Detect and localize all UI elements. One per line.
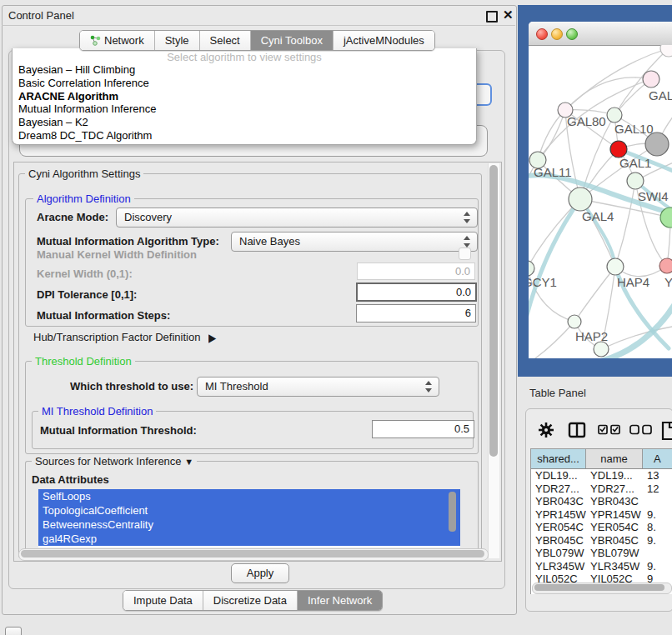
tab-impute-data[interactable]: Impute Data — [123, 591, 203, 610]
attribute-item-topologicalcoefficient[interactable]: TopologicalCoefficient — [38, 503, 460, 518]
node-hap4[interactable] — [607, 258, 624, 275]
table-cell: YPR145W — [531, 508, 586, 522]
mi-steps-field[interactable]: 6 — [356, 304, 476, 322]
threshold-definition-title: Threshold Definition — [32, 355, 135, 368]
table-cell: YBR043C — [586, 495, 643, 508]
tab-label: Select — [210, 31, 240, 50]
sources-toggle[interactable]: Sources for Network Inference ▼ — [32, 455, 197, 468]
kernel-width-label: Kernel Width (0,1): — [37, 268, 133, 280]
algorithm-option-dream8-dc-tdc-algorithm[interactable]: Dream8 DC_TDC Algorithm — [13, 129, 476, 142]
tab-infer-network[interactable]: Infer Network — [297, 591, 382, 610]
node-gal10[interactable] — [607, 108, 622, 122]
window-zoom-icon[interactable] — [566, 28, 578, 40]
table-row[interactable]: YER054CYER054C8. — [531, 521, 672, 534]
table-cell: YDL19... — [586, 469, 643, 482]
node-gal-top[interactable] — [643, 71, 659, 88]
tab-style[interactable]: Style — [154, 31, 199, 50]
control-panel-tab-bar: NetworkStyleSelectCyni ToolboxjActiveMNo… — [79, 30, 435, 51]
close-panel-icon[interactable]: ✕ — [503, 8, 514, 22]
table-cell: YDR27... — [586, 482, 643, 496]
restore-panel-button[interactable] — [5, 627, 22, 635]
attribute-item-betweennesscentrality[interactable]: BetweennessCentrality — [38, 518, 460, 532]
control-panel-titlebar — [2, 5, 515, 26]
algorithm-option-aracne-algorithm[interactable]: ARACNE Algorithm — [13, 90, 476, 103]
table-cell: YBR045C — [586, 534, 643, 548]
table-cell: 9. — [643, 534, 672, 548]
table-row[interactable]: YLR345WYLR345W9. — [531, 560, 672, 573]
table-cell: YBL079W — [586, 547, 643, 560]
kernel-width-field[interactable]: 0.0 — [357, 262, 475, 280]
node-swi4[interactable] — [627, 172, 644, 189]
tab-cyni-toolbox[interactable]: Cyni Toolbox — [250, 31, 333, 50]
aracne-mode-combo[interactable]: Discovery — [116, 208, 478, 228]
table-row[interactable]: YPR145WYPR145W9. — [531, 508, 672, 522]
window-close-icon[interactable] — [536, 28, 548, 40]
network-window-titlebar[interactable] — [529, 22, 672, 46]
node-hap2-label: HAP2 — [575, 329, 608, 343]
mi-algorithm-type-combo[interactable]: Naive Bayes — [231, 232, 478, 252]
vertical-scrollbar-thumb[interactable] — [489, 165, 498, 457]
hub-definition-toggle[interactable]: Hub/Transcription Factor Definition ▶ — [33, 331, 216, 343]
tab-network[interactable]: Network — [80, 31, 154, 50]
window-minimize-icon[interactable] — [551, 28, 563, 40]
mi-type-value: Naive Bayes — [239, 235, 300, 248]
which-threshold-value: MI Threshold — [205, 380, 268, 392]
table-cell: YDL19... — [531, 469, 586, 482]
node-salmon[interactable] — [659, 258, 672, 273]
table-cell: YER054C — [531, 521, 586, 534]
node-gal4[interactable] — [569, 188, 592, 211]
network-canvas[interactable]: GALGAL80GAL10GAL1GAL11SWI4GAL4GCY1HAP4YH… — [529, 45, 672, 358]
algorithm-option-basic-correlation-inference[interactable]: Basic Correlation Inference — [13, 77, 476, 90]
dpi-tolerance-field[interactable]: 0.0 — [356, 282, 477, 302]
algorithm-dropdown-items: Bayesian – Hill ClimbingBasic Correlatio… — [13, 63, 476, 142]
node-gcy1[interactable] — [529, 261, 534, 276]
node-gal80-label: GAL80 — [567, 114, 606, 128]
horizontal-scrollbar-thumb[interactable] — [21, 550, 484, 558]
table-panel-title: Table Panel — [529, 387, 586, 399]
table-cell — [643, 547, 672, 560]
which-threshold-combo[interactable]: MI Threshold — [197, 377, 439, 397]
deselect-all-columns-icon[interactable] — [629, 424, 653, 435]
table-row[interactable]: YDR27...YDR27...12 — [531, 482, 672, 496]
table-cell: YBL079W — [531, 547, 586, 560]
algorithm-option-mutual-information-inference[interactable]: Mutual Information Inference — [13, 102, 476, 116]
table-row[interactable]: YBR045CYBR045C9. — [531, 534, 672, 548]
table-row[interactable]: YBL079WYBL079W — [531, 547, 672, 560]
node-hap2[interactable] — [568, 315, 581, 328]
attribute-list-scrollbar-thumb[interactable] — [449, 492, 456, 532]
tab-discretize-data[interactable]: Discretize Data — [203, 591, 297, 610]
node-gray[interactable] — [645, 132, 669, 156]
algorithm-option-bayesian-k2[interactable]: Bayesian – K2 — [13, 116, 476, 129]
table-row[interactable]: YBR043CYBR043C — [531, 495, 672, 508]
attribute-item-selfloops[interactable]: SelfLoops — [38, 489, 460, 503]
table-horizontal-scrollbar-thumb[interactable] — [534, 584, 664, 591]
column-header-a[interactable]: A — [643, 449, 672, 468]
mi-threshold-field[interactable]: 0.5 — [372, 420, 474, 438]
tab-jactivemnodules[interactable]: jActiveMNodules — [333, 31, 434, 50]
select-all-columns-icon[interactable] — [598, 424, 621, 435]
mi-steps-label: Mutual Information Steps: — [37, 309, 170, 322]
column-header-name[interactable]: name — [586, 449, 643, 468]
table-cell: YLR345W — [586, 560, 643, 573]
algorithm-dropdown-list: Select algorithm to view settings Bayesi… — [12, 48, 477, 145]
collapsed-arrow-icon: ▶ — [208, 331, 216, 344]
export-table-icon[interactable] — [661, 421, 672, 441]
manual-kernel-width-checkbox[interactable] — [459, 248, 471, 260]
float-panel-icon[interactable] — [486, 11, 498, 22]
cyni-algorithm-settings-title: Cyni Algorithm Settings — [25, 168, 143, 180]
apply-button[interactable]: Apply — [231, 563, 289, 583]
algorithm-option-bayesian-hill-climbing[interactable]: Bayesian – Hill Climbing — [13, 63, 476, 77]
node-salmon-label: Y — [664, 275, 672, 289]
node-bottom-partial[interactable] — [594, 342, 609, 357]
table-cell: YLR345W — [531, 560, 586, 573]
network-edge — [535, 322, 574, 358]
table-settings-gear-icon[interactable] — [538, 421, 554, 439]
table-row[interactable]: YDL19...YDL19...13 — [531, 469, 672, 482]
tab-select[interactable]: Select — [199, 31, 250, 50]
node-table: shared...nameA YDL19...YDL19...13YDR27..… — [530, 448, 672, 594]
node-gal1[interactable] — [610, 141, 627, 158]
column-header-shared[interactable]: shared... — [531, 449, 586, 468]
attribute-item-gal4rgexp[interactable]: gal4RGexp — [38, 532, 460, 546]
column-layout-icon[interactable] — [568, 421, 586, 439]
data-attributes-list: SelfLoopsTopologicalCoefficientBetweenne… — [38, 489, 460, 548]
